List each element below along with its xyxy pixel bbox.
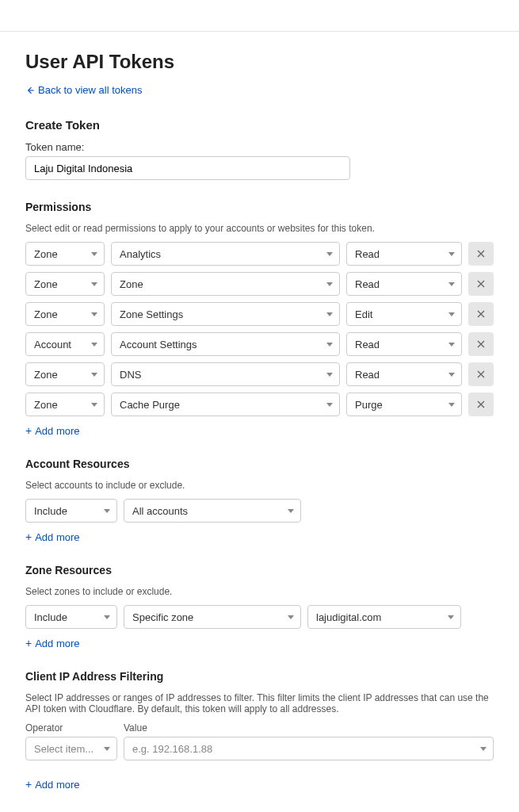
permission-item-select[interactable]: Cache Purge	[111, 393, 340, 416]
permission-mode-select[interactable]: Edit	[346, 302, 462, 326]
header-spacer	[0, 0, 519, 32]
close-icon	[476, 339, 486, 349]
permission-mode-select[interactable]: Read	[346, 362, 462, 386]
close-icon	[476, 309, 486, 319]
create-token-heading: Create Token	[25, 118, 494, 132]
plus-icon: +	[25, 778, 32, 791]
chevron-down-icon	[91, 403, 97, 407]
back-link-label: Back to view all tokens	[38, 84, 143, 96]
permission-mode-select[interactable]: Read	[346, 242, 462, 266]
chevron-down-icon	[104, 509, 110, 513]
permission-scope-select[interactable]: Zone	[25, 272, 105, 296]
permission-row: Zone Zone Read	[25, 272, 494, 296]
zone-resource-row: Include Specific zone lajudigital.com	[25, 605, 494, 629]
permission-mode-select[interactable]: Read	[346, 332, 462, 356]
permission-scope-select[interactable]: Zone	[25, 362, 105, 386]
token-name-label: Token name:	[25, 141, 494, 153]
chevron-down-icon	[326, 282, 333, 286]
close-icon	[476, 370, 486, 379]
permission-scope-select[interactable]: Zone	[25, 302, 105, 326]
remove-permission-button[interactable]	[468, 272, 494, 296]
plus-icon: +	[25, 424, 32, 437]
ip-filtering-subtext: Select IP addresses or ranges of IP addr…	[25, 692, 494, 714]
token-name-input[interactable]	[25, 156, 350, 180]
chevron-down-icon	[448, 403, 455, 407]
chevron-down-icon	[288, 509, 294, 513]
ip-filtering-section: Client IP Address Filtering Select IP ad…	[25, 670, 494, 791]
add-permission-link[interactable]: + Add more	[25, 424, 80, 437]
permission-scope-select[interactable]: Zone	[25, 393, 105, 416]
chevron-down-icon	[480, 747, 487, 751]
chevron-down-icon	[91, 282, 97, 286]
ip-value-input[interactable]: e.g. 192.168.1.88	[124, 737, 494, 760]
account-value-select[interactable]: All accounts	[124, 499, 301, 523]
zone-type-select[interactable]: Specific zone	[124, 605, 301, 629]
remove-permission-button[interactable]	[468, 332, 494, 356]
chevron-down-icon	[326, 312, 333, 316]
chevron-down-icon	[448, 343, 455, 347]
permission-scope-select[interactable]: Account	[25, 332, 105, 356]
chevron-down-icon	[448, 312, 455, 316]
add-account-resource-link[interactable]: + Add more	[25, 530, 80, 543]
chevron-down-icon	[326, 373, 333, 377]
back-link[interactable]: Back to view all tokens	[25, 84, 143, 96]
permission-mode-select[interactable]: Purge	[346, 393, 462, 416]
permission-row: Zone Cache Purge Purge	[25, 393, 494, 416]
account-mode-select[interactable]: Include	[25, 499, 117, 523]
chevron-down-icon	[326, 343, 333, 347]
page-title: User API Tokens	[25, 51, 494, 73]
arrow-left-icon	[25, 86, 35, 95]
ip-filtering-heading: Client IP Address Filtering	[25, 670, 494, 683]
account-resource-row: Include All accounts	[25, 499, 494, 523]
chevron-down-icon	[326, 403, 333, 407]
ip-value-column-label: Value	[124, 722, 147, 733]
zone-value-select[interactable]: lajudigital.com	[307, 605, 461, 629]
permissions-subtext: Select edit or read permissions to apply…	[25, 223, 494, 234]
zone-resources-subtext: Select zones to include or exclude.	[25, 586, 494, 597]
chevron-down-icon	[448, 373, 455, 377]
close-icon	[476, 279, 486, 289]
permissions-section: Permissions Select edit or read permissi…	[25, 201, 494, 437]
permission-item-select[interactable]: Zone	[111, 272, 340, 296]
permission-scope-select[interactable]: Zone	[25, 242, 105, 266]
chevron-down-icon	[448, 615, 454, 619]
chevron-down-icon	[326, 252, 333, 256]
permission-item-select[interactable]: DNS	[111, 362, 340, 386]
add-zone-resource-link[interactable]: + Add more	[25, 637, 80, 649]
plus-icon: +	[25, 530, 32, 543]
ip-filter-row: Select item... e.g. 192.168.1.88	[25, 737, 494, 760]
permission-mode-select[interactable]: Read	[346, 272, 462, 296]
zone-resources-heading: Zone Resources	[25, 564, 494, 576]
remove-permission-button[interactable]	[468, 362, 494, 386]
permission-row: Zone Zone Settings Edit	[25, 302, 494, 326]
close-icon	[476, 249, 486, 259]
chevron-down-icon	[91, 252, 97, 256]
account-resources-heading: Account Resources	[25, 458, 494, 470]
plus-icon: +	[25, 637, 32, 649]
remove-permission-button[interactable]	[468, 242, 494, 266]
permission-row: Zone Analytics Read	[25, 242, 494, 266]
account-resources-subtext: Select accounts to include or exclude.	[25, 480, 494, 491]
chevron-down-icon	[104, 747, 110, 751]
remove-permission-button[interactable]	[468, 393, 494, 416]
chevron-down-icon	[288, 615, 294, 619]
chevron-down-icon	[448, 252, 455, 256]
permission-row: Account Account Settings Read	[25, 332, 494, 356]
ip-operator-select[interactable]: Select item...	[25, 737, 117, 760]
page-content: User API Tokens Back to view all tokens …	[0, 32, 519, 812]
permission-item-select[interactable]: Account Settings	[111, 332, 340, 356]
add-ip-filter-link[interactable]: + Add more	[25, 778, 80, 791]
permissions-heading: Permissions	[25, 201, 494, 213]
permission-item-select[interactable]: Zone Settings	[111, 302, 340, 326]
permission-item-select[interactable]: Analytics	[111, 242, 340, 266]
remove-permission-button[interactable]	[468, 302, 494, 326]
zone-resources-section: Zone Resources Select zones to include o…	[25, 564, 494, 649]
chevron-down-icon	[91, 373, 97, 377]
close-icon	[476, 400, 486, 409]
ip-operator-column-label: Operator	[25, 722, 117, 733]
chevron-down-icon	[91, 343, 97, 347]
chevron-down-icon	[91, 312, 97, 316]
account-resources-section: Account Resources Select accounts to inc…	[25, 458, 494, 543]
permission-row: Zone DNS Read	[25, 362, 494, 386]
zone-mode-select[interactable]: Include	[25, 605, 117, 629]
